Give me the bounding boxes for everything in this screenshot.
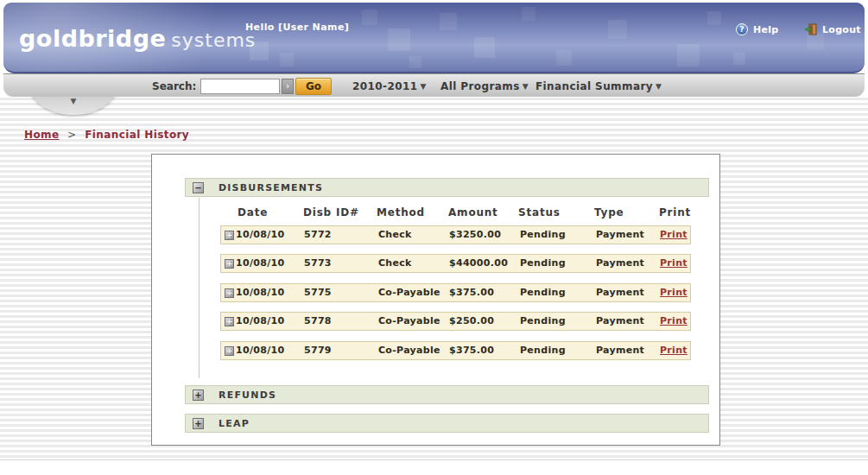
print-link[interactable]: Print (660, 255, 687, 272)
cell-amount: $250.00 (449, 313, 494, 330)
cell-status: Pending (520, 313, 566, 330)
cell-method: Check (378, 255, 412, 272)
cell-status: Pending (520, 226, 566, 244)
cell-type: Payment (596, 226, 644, 244)
logout-button[interactable]: Logout (805, 23, 861, 35)
cell-status: Pending (520, 284, 566, 301)
dropdown-school-year[interactable]: 2010-2011▼ (352, 80, 427, 92)
table-row: + 10/08/10 5779 Co-Payable $375.00 Pendi… (220, 341, 691, 360)
decor-square (388, 28, 410, 51)
expand-icon[interactable]: + (193, 390, 204, 401)
app-header: goldbridgesystems Hello [User Name] ? He… (3, 3, 865, 73)
section-leap[interactable]: + LEAP (185, 414, 709, 433)
cell-amount: $3250.00 (449, 226, 501, 244)
print-link[interactable]: Print (660, 226, 687, 244)
cell-status: Pending (520, 342, 566, 359)
expand-icon[interactable]: + (193, 418, 204, 429)
table-row: + 10/08/10 5773 Check $44000.00 Pending … (220, 254, 691, 273)
cell-type: Payment (596, 255, 644, 272)
search-input[interactable] (200, 79, 280, 94)
nav-inner: Search: › Go 2010-2011▼ All Programs▼ Fi… (3, 74, 865, 98)
cell-method: Co-Payable (378, 284, 440, 301)
expand-icon[interactable]: + (225, 288, 234, 298)
cell-amount: $44000.00 (449, 255, 508, 272)
cell-disb-id: 5775 (304, 284, 332, 301)
section-title: LEAP (219, 415, 250, 434)
cell-method: Check (378, 226, 412, 244)
section-title: DISBURSEMENTS (219, 179, 323, 198)
cell-date: 10/08/10 (236, 255, 284, 272)
decor-square (522, 7, 535, 21)
cell-method: Co-Payable (378, 342, 440, 359)
decor-square (556, 50, 572, 66)
nav-bar: Search: › Go 2010-2011▼ All Programs▼ Fi… (3, 73, 865, 97)
cell-date: 10/08/10 (236, 342, 284, 359)
decor-square (409, 56, 421, 68)
expand-icon[interactable]: + (225, 317, 234, 326)
section-refunds[interactable]: + REFUNDS (185, 385, 709, 404)
cell-disb-id: 5773 (304, 255, 332, 272)
section-title: REFUNDS (219, 386, 276, 405)
expand-icon[interactable]: + (225, 346, 234, 356)
decor-square (362, 10, 377, 25)
cell-type: Payment (596, 313, 644, 330)
decor-square (707, 11, 721, 25)
cell-amount: $375.00 (449, 284, 494, 301)
expand-icon[interactable]: + (225, 231, 234, 240)
chevron-down-icon: ▼ (420, 82, 426, 91)
dropdown-all-programs[interactable]: All Programs▼ (440, 80, 529, 92)
breadcrumb-home-link[interactable]: Home (24, 129, 60, 141)
cell-date: 10/08/10 (236, 284, 284, 301)
print-link[interactable]: Print (660, 313, 687, 330)
tree-line (199, 198, 200, 378)
section-disbursements[interactable]: − DISBURSEMENTS (185, 178, 709, 197)
expand-icon[interactable]: + (225, 259, 234, 269)
decor-square (733, 53, 745, 65)
cell-amount: $375.00 (449, 342, 494, 359)
table-row: + 10/08/10 5778 Co-Payable $250.00 Pendi… (220, 312, 691, 331)
decor-square (280, 53, 294, 66)
chevron-down-icon: ▼ (656, 82, 662, 91)
col-header-amount: Amount (448, 206, 498, 218)
decor-square (677, 44, 700, 66)
decor-square (440, 13, 457, 30)
cell-disb-id: 5779 (304, 342, 332, 359)
cell-type: Payment (596, 284, 644, 301)
logo-secondary: systems (171, 29, 256, 51)
decor-square (474, 37, 495, 58)
cell-type: Payment (596, 342, 644, 359)
search-chevron-button[interactable]: › (282, 79, 294, 94)
decor-square (608, 20, 627, 39)
print-link[interactable]: Print (660, 342, 687, 359)
col-header-disb-id: Disb ID# (303, 206, 359, 218)
breadcrumb-current: Financial History (85, 129, 189, 141)
go-button[interactable]: Go (295, 78, 332, 95)
breadcrumb: Home > Financial History (24, 129, 189, 141)
help-button[interactable]: ? Help (736, 23, 779, 35)
search-label: Search: (152, 80, 196, 92)
cell-disb-id: 5772 (304, 226, 332, 244)
cell-date: 10/08/10 (236, 226, 284, 244)
print-link[interactable]: Print (660, 284, 687, 301)
col-header-print: Print (659, 206, 691, 218)
col-header-method: Method (377, 206, 425, 218)
collapse-icon[interactable]: − (193, 182, 204, 193)
logout-label: Logout (822, 24, 861, 35)
help-label: Help (753, 24, 779, 35)
logo: goldbridgesystems (19, 25, 256, 52)
cell-date: 10/08/10 (236, 313, 284, 330)
cell-status: Pending (520, 255, 566, 272)
breadcrumb-separator: > (67, 129, 76, 141)
cell-disb-id: 5778 (304, 313, 332, 330)
table-header-row: Date Disb ID# Method Amount Status Type … (220, 206, 691, 220)
chevron-down-icon: ▼ (28, 98, 119, 105)
table-row: + 10/08/10 5772 Check $3250.00 Pending P… (220, 225, 691, 244)
dropdown-financial-summary[interactable]: Financial Summary▼ (535, 80, 662, 92)
chevron-down-icon: ▼ (523, 82, 529, 91)
logout-icon (805, 23, 817, 35)
cell-method: Co-Payable (378, 313, 440, 330)
table-row: + 10/08/10 5775 Co-Payable $375.00 Pendi… (220, 283, 691, 302)
financial-history-panel: − DISBURSEMENTS Date Disb ID# Method Amo… (151, 154, 720, 446)
logo-primary: goldbridge (19, 25, 166, 52)
col-header-date: Date (238, 206, 268, 218)
